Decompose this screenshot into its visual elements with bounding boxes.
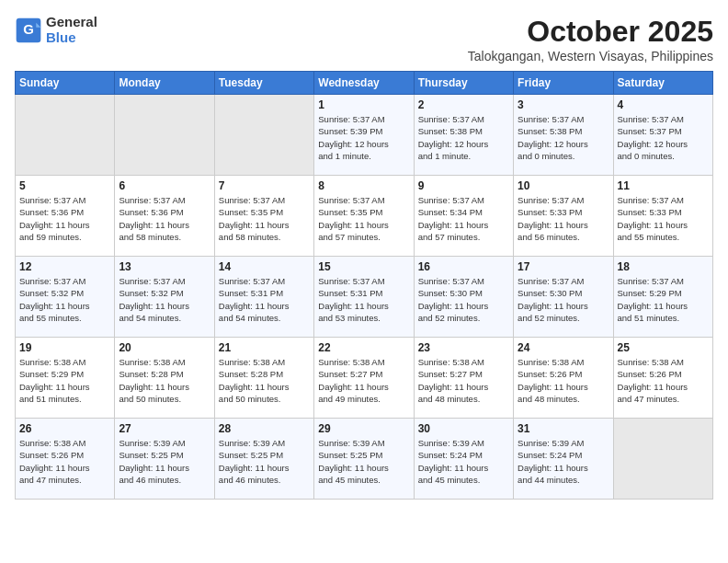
month-title: October 2025 [468,15,713,49]
day-info: Sunrise: 5:37 AM Sunset: 5:36 PM Dayligh… [19,194,110,243]
weekday-header-row: SundayMondayTuesdayWednesdayThursdayFrid… [16,72,713,95]
day-info: Sunrise: 5:37 AM Sunset: 5:32 PM Dayligh… [19,275,110,324]
day-number: 10 [518,179,609,192]
weekday-header-sunday: Sunday [16,72,115,95]
day-info: Sunrise: 5:37 AM Sunset: 5:32 PM Dayligh… [119,275,210,324]
day-number: 1 [318,98,409,111]
day-info: Sunrise: 5:38 AM Sunset: 5:28 PM Dayligh… [219,356,310,405]
day-number: 27 [119,422,210,435]
day-number: 7 [219,179,310,192]
day-info: Sunrise: 5:38 AM Sunset: 5:27 PM Dayligh… [318,356,409,405]
day-number: 3 [518,98,609,111]
calendar-cell: 28Sunrise: 5:39 AM Sunset: 5:25 PM Dayli… [214,419,313,500]
day-info: Sunrise: 5:37 AM Sunset: 5:38 PM Dayligh… [518,113,609,162]
day-number: 11 [618,179,709,192]
day-number: 18 [618,260,709,273]
day-info: Sunrise: 5:38 AM Sunset: 5:27 PM Dayligh… [418,356,509,405]
calendar-cell: 2Sunrise: 5:37 AM Sunset: 5:38 PM Daylig… [414,95,513,176]
calendar-cell: 27Sunrise: 5:39 AM Sunset: 5:25 PM Dayli… [115,419,214,500]
calendar-cell: 12Sunrise: 5:37 AM Sunset: 5:32 PM Dayli… [16,257,115,338]
calendar-cell: 10Sunrise: 5:37 AM Sunset: 5:33 PM Dayli… [514,176,613,257]
calendar-cell: 19Sunrise: 5:38 AM Sunset: 5:29 PM Dayli… [16,338,115,419]
calendar-cell: 20Sunrise: 5:38 AM Sunset: 5:28 PM Dayli… [115,338,214,419]
calendar-week-row: 1Sunrise: 5:37 AM Sunset: 5:39 PM Daylig… [16,95,713,176]
calendar-cell: 16Sunrise: 5:37 AM Sunset: 5:30 PM Dayli… [414,257,513,338]
calendar-cell: 31Sunrise: 5:39 AM Sunset: 5:24 PM Dayli… [514,419,613,500]
calendar-cell: 22Sunrise: 5:38 AM Sunset: 5:27 PM Dayli… [314,338,414,419]
calendar-cell: 11Sunrise: 5:37 AM Sunset: 5:33 PM Dayli… [613,176,712,257]
day-number: 23 [418,341,509,354]
day-number: 31 [518,422,609,435]
weekday-header-wednesday: Wednesday [314,72,414,95]
day-info: Sunrise: 5:37 AM Sunset: 5:36 PM Dayligh… [119,194,210,243]
day-info: Sunrise: 5:37 AM Sunset: 5:33 PM Dayligh… [618,194,709,243]
day-info: Sunrise: 5:37 AM Sunset: 5:30 PM Dayligh… [518,275,609,324]
calendar-cell: 21Sunrise: 5:38 AM Sunset: 5:28 PM Dayli… [214,338,313,419]
day-number: 28 [219,422,310,435]
day-number: 6 [119,179,210,192]
calendar-cell: 1Sunrise: 5:37 AM Sunset: 5:39 PM Daylig… [314,95,414,176]
page-header: G General Blue October 2025 Talokgangan,… [15,15,713,63]
day-info: Sunrise: 5:37 AM Sunset: 5:34 PM Dayligh… [418,194,509,243]
day-number: 14 [219,260,310,273]
day-number: 25 [618,341,709,354]
day-info: Sunrise: 5:37 AM Sunset: 5:35 PM Dayligh… [219,194,310,243]
calendar-header: SundayMondayTuesdayWednesdayThursdayFrid… [16,72,713,95]
day-number: 17 [518,260,609,273]
day-info: Sunrise: 5:39 AM Sunset: 5:25 PM Dayligh… [119,437,210,486]
weekday-header-monday: Monday [115,72,214,95]
calendar-cell: 4Sunrise: 5:37 AM Sunset: 5:37 PM Daylig… [613,95,712,176]
calendar-cell: 9Sunrise: 5:37 AM Sunset: 5:34 PM Daylig… [414,176,513,257]
day-info: Sunrise: 5:38 AM Sunset: 5:28 PM Dayligh… [119,356,210,405]
calendar-cell: 17Sunrise: 5:37 AM Sunset: 5:30 PM Dayli… [514,257,613,338]
calendar-cell: 23Sunrise: 5:38 AM Sunset: 5:27 PM Dayli… [414,338,513,419]
svg-text:G: G [23,21,34,37]
day-info: Sunrise: 5:39 AM Sunset: 5:24 PM Dayligh… [418,437,509,486]
day-number: 22 [318,341,409,354]
day-number: 4 [618,98,709,111]
calendar-cell [613,419,712,500]
day-info: Sunrise: 5:37 AM Sunset: 5:38 PM Dayligh… [418,113,509,162]
day-number: 21 [219,341,310,354]
weekday-header-tuesday: Tuesday [214,72,313,95]
calendar-week-row: 12Sunrise: 5:37 AM Sunset: 5:32 PM Dayli… [16,257,713,338]
day-number: 9 [418,179,509,192]
calendar-cell [16,95,115,176]
day-number: 12 [19,260,110,273]
day-info: Sunrise: 5:37 AM Sunset: 5:31 PM Dayligh… [219,275,310,324]
logo-text: General Blue [46,15,97,45]
calendar-cell: 14Sunrise: 5:37 AM Sunset: 5:31 PM Dayli… [214,257,313,338]
day-info: Sunrise: 5:39 AM Sunset: 5:24 PM Dayligh… [518,437,609,486]
day-info: Sunrise: 5:38 AM Sunset: 5:29 PM Dayligh… [19,356,110,405]
day-number: 2 [418,98,509,111]
calendar-table: SundayMondayTuesdayWednesdayThursdayFrid… [15,71,713,500]
day-number: 19 [19,341,110,354]
calendar-cell: 30Sunrise: 5:39 AM Sunset: 5:24 PM Dayli… [414,419,513,500]
day-info: Sunrise: 5:37 AM Sunset: 5:37 PM Dayligh… [618,113,709,162]
day-info: Sunrise: 5:37 AM Sunset: 5:33 PM Dayligh… [518,194,609,243]
day-number: 5 [19,179,110,192]
calendar-cell: 8Sunrise: 5:37 AM Sunset: 5:35 PM Daylig… [314,176,414,257]
calendar-cell: 26Sunrise: 5:38 AM Sunset: 5:26 PM Dayli… [16,419,115,500]
day-number: 30 [418,422,509,435]
logo: G General Blue [15,15,97,45]
day-info: Sunrise: 5:38 AM Sunset: 5:26 PM Dayligh… [19,437,110,486]
calendar-week-row: 26Sunrise: 5:38 AM Sunset: 5:26 PM Dayli… [16,419,713,500]
day-info: Sunrise: 5:37 AM Sunset: 5:35 PM Dayligh… [318,194,409,243]
calendar-cell: 7Sunrise: 5:37 AM Sunset: 5:35 PM Daylig… [214,176,313,257]
location-title: Talokgangan, Western Visayas, Philippine… [468,49,713,63]
weekday-header-thursday: Thursday [414,72,513,95]
calendar-cell [214,95,313,176]
calendar-body: 1Sunrise: 5:37 AM Sunset: 5:39 PM Daylig… [16,95,713,500]
day-number: 24 [518,341,609,354]
day-info: Sunrise: 5:38 AM Sunset: 5:26 PM Dayligh… [618,356,709,405]
title-block: October 2025 Talokgangan, Western Visaya… [468,15,713,63]
day-number: 26 [19,422,110,435]
weekday-header-friday: Friday [514,72,613,95]
calendar-cell: 15Sunrise: 5:37 AM Sunset: 5:31 PM Dayli… [314,257,414,338]
logo-blue-text: Blue [46,30,97,46]
calendar-cell: 25Sunrise: 5:38 AM Sunset: 5:26 PM Dayli… [613,338,712,419]
logo-icon: G [15,17,42,44]
calendar-cell: 24Sunrise: 5:38 AM Sunset: 5:26 PM Dayli… [514,338,613,419]
day-number: 29 [318,422,409,435]
